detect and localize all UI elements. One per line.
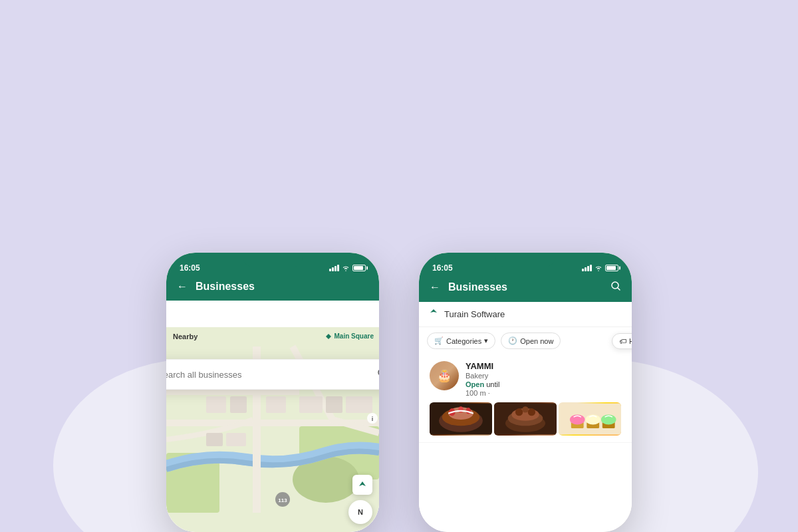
status-bar-1: 16:05 [166, 253, 379, 275]
location-icon [430, 309, 438, 320]
phone1-content: Nearby Main Square [166, 301, 379, 532]
svg-rect-10 [206, 396, 226, 413]
cart-icon: 🛒 [434, 336, 444, 345]
compass: N [348, 500, 372, 524]
business-type: Bakery [466, 372, 621, 380]
back-button-1[interactable]: ← [177, 281, 188, 293]
categories-chip[interactable]: 🛒 Categories ▾ [427, 332, 495, 349]
location-bar: Turain Software [419, 302, 632, 327]
business-info: YAMMI Bakery Open until 100 m · [466, 361, 621, 397]
status-bar-2: 16:05 [419, 253, 632, 275]
notch-2 [495, 253, 555, 267]
svg-text:113: 113 [278, 497, 287, 503]
has-catalog-chip[interactable]: 🏷 Has catalog [612, 333, 632, 349]
app-bar-1: ← Businesses [166, 275, 379, 301]
battery-icon-1 [352, 265, 366, 271]
open-now-label: Open now [520, 337, 553, 345]
signal-icon-1 [329, 265, 339, 271]
product-image-3 [559, 402, 621, 436]
battery-icon-2 [605, 265, 618, 271]
open-now-chip[interactable]: 🕐 Open now [501, 332, 561, 349]
phone2-content: Turain Software 🛒 Categories ▾ 🕐 Open no… [419, 302, 632, 532]
svg-point-0 [378, 369, 379, 376]
svg-rect-11 [230, 396, 247, 413]
search-bar [166, 359, 379, 390]
time-2: 16:05 [432, 259, 453, 273]
svg-point-37 [458, 406, 464, 412]
business-images [430, 402, 621, 436]
business-distance: 100 m · [466, 389, 621, 397]
app-bar-2: ← Businesses [419, 275, 632, 302]
clock-icon: 🕐 [508, 336, 517, 345]
svg-rect-17 [226, 433, 246, 446]
map-area: Nearby Main Square [166, 327, 379, 532]
phone-1-screen: 16:05 [166, 253, 379, 532]
business-avatar: 🎂 [430, 361, 459, 390]
product-image-1 [430, 402, 492, 436]
nearby-label: Nearby [173, 332, 198, 340]
svg-text:i: i [372, 416, 374, 422]
status-icons-2 [582, 261, 618, 271]
svg-marker-2 [326, 334, 331, 339]
search-input[interactable] [166, 370, 377, 380]
status-icons-1 [329, 261, 366, 271]
page-title-2: Businesses [448, 281, 610, 293]
main-square-link[interactable]: Main Square [325, 332, 374, 340]
phone-2-screen: 16:05 [419, 253, 632, 532]
phones-container: 16:05 [166, 253, 632, 532]
business-header: 🎂 YAMMI Bakery Open until 100 m · [430, 361, 621, 397]
has-catalog-label: Has catalog [629, 337, 632, 345]
svg-rect-9 [166, 390, 299, 395]
search-bar-wrap [166, 359, 379, 390]
svg-line-29 [618, 288, 620, 290]
svg-point-42 [515, 408, 523, 416]
business-status: Open until [466, 380, 621, 388]
back-button-2[interactable]: ← [430, 281, 440, 293]
wifi-icon-2 [595, 265, 602, 271]
business-item-yammi[interactable]: 🎂 YAMMI Bakery Open until 100 m · [419, 354, 632, 443]
filter-chips: 🛒 Categories ▾ 🕐 Open now 🏷 Has catalog [419, 327, 632, 354]
product-image-2 [494, 402, 557, 436]
search-icon [377, 368, 379, 381]
tag-icon: 🏷 [619, 337, 626, 345]
svg-point-43 [528, 408, 535, 416]
svg-rect-20 [346, 396, 372, 413]
status-open-text: Open [466, 380, 484, 388]
svg-marker-27 [359, 481, 366, 486]
filter-row: 🛒 Categories ▾ 🕐 Open now 🏷 Has catalog [419, 327, 632, 354]
categories-label: Categories [446, 337, 481, 345]
page-title-1: Businesses [196, 281, 368, 293]
svg-rect-12 [266, 396, 286, 413]
svg-marker-30 [430, 309, 437, 313]
status-suffix: until [486, 380, 499, 388]
svg-rect-18 [299, 396, 323, 413]
search-button-2[interactable] [610, 281, 621, 294]
svg-point-44 [522, 406, 528, 412]
time-1: 16:05 [180, 259, 200, 273]
business-name: YAMMI [466, 361, 621, 371]
phone-2: 16:05 [419, 253, 632, 532]
location-name: Turain Software [444, 309, 505, 319]
svg-rect-19 [326, 396, 342, 413]
notch-1 [243, 253, 303, 267]
location-pin-btn[interactable] [352, 475, 372, 495]
wifi-icon-1 [342, 265, 350, 271]
signal-icon-2 [582, 265, 592, 271]
svg-rect-16 [206, 433, 223, 446]
categories-dropdown-icon: ▾ [484, 336, 488, 345]
phone-1: 16:05 [166, 253, 379, 532]
cake-icon: 🎂 [430, 361, 459, 390]
